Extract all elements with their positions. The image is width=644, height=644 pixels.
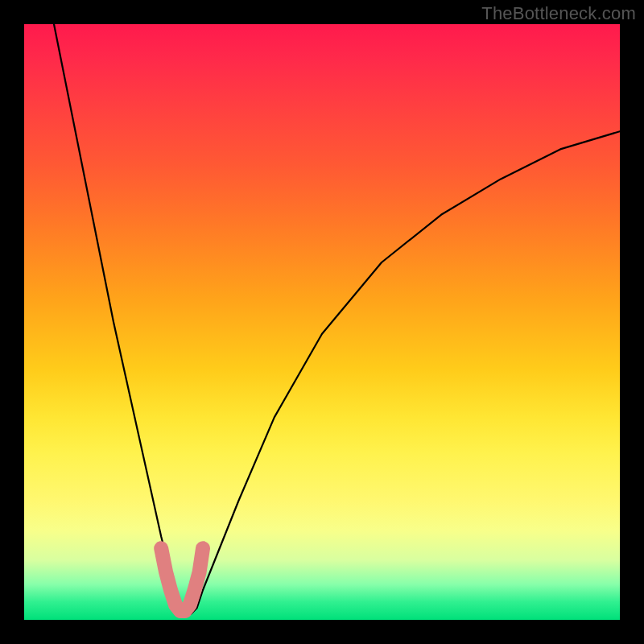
plot-area xyxy=(24,24,620,620)
chart-frame: TheBottleneck.com xyxy=(0,0,644,644)
watermark-text: TheBottleneck.com xyxy=(481,3,636,24)
highlight-segment xyxy=(161,548,203,611)
bottleneck-curve xyxy=(54,24,620,614)
curve-layer xyxy=(24,24,620,620)
